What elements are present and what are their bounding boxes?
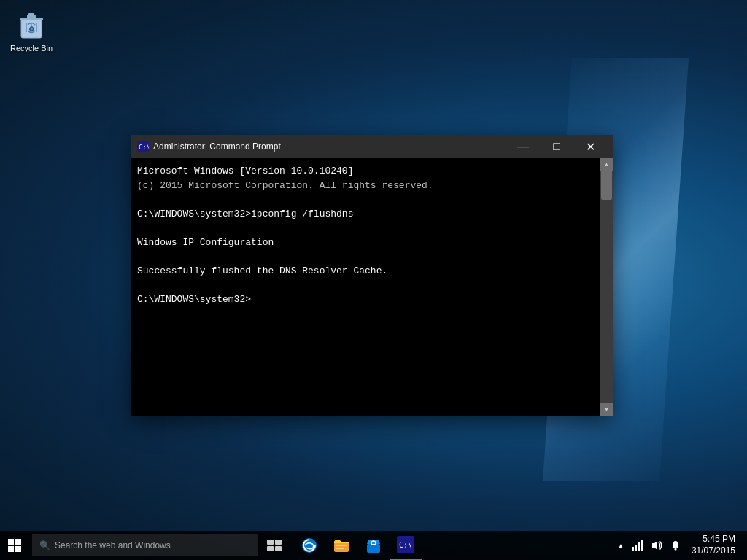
- notification-bell-icon: [670, 540, 681, 551]
- cmd-taskbar-icon: C:\ _: [397, 536, 414, 553]
- clock-date: 31/07/2015: [692, 545, 735, 557]
- scrollbar-up-btn[interactable]: ▲: [600, 158, 613, 171]
- start-button[interactable]: [0, 531, 29, 560]
- desktop: ♻ Recycle Bin C:\ Administrator: Command…: [0, 0, 747, 560]
- volume-status-icon: [651, 540, 662, 551]
- recycle-bin-graphic: ♻: [17, 9, 46, 41]
- cmd-window-controls: — □ ✕: [506, 135, 607, 158]
- cmd-body: Microsoft Windows [Version 10.0.10240] (…: [131, 158, 613, 416]
- svg-rect-10: [15, 546, 21, 552]
- clock-time: 5:45 PM: [703, 534, 735, 545]
- svg-rect-14: [275, 546, 282, 551]
- svg-rect-27: [641, 540, 643, 551]
- network-icon[interactable]: [629, 531, 646, 560]
- cmd-prompt-line: C:\WINDOWS\system32>: [137, 292, 595, 307]
- scrollbar-track[interactable]: [600, 171, 613, 403]
- cmd-line-5: [137, 221, 595, 236]
- cmd-line-4: C:\WINDOWS\system32>ipconfig /flushdns: [137, 207, 595, 222]
- svg-rect-17: [336, 545, 347, 546]
- svg-rect-7: [8, 539, 14, 545]
- show-hidden-icons-button[interactable]: ▲: [614, 531, 627, 560]
- taskbar-app-cmd[interactable]: C:\ _: [390, 531, 422, 560]
- windows-logo-icon: [8, 539, 21, 552]
- cmd-line-3: [137, 192, 595, 207]
- search-bar[interactable]: 🔍 Search the web and Windows: [32, 534, 258, 556]
- cmd-line-1: Microsoft Windows [Version 10.0.10240]: [137, 164, 595, 179]
- recycle-bin-label: Recycle Bin: [10, 44, 53, 52]
- clock-area[interactable]: 5:45 PM 31/07/2015: [686, 531, 741, 559]
- minimize-button[interactable]: —: [506, 135, 540, 158]
- volume-icon[interactable]: [648, 531, 665, 560]
- cmd-line-7: [137, 249, 595, 264]
- svg-rect-20: [371, 544, 376, 545]
- svg-marker-28: [652, 541, 657, 550]
- edge-icon: [301, 537, 318, 554]
- cmd-window: C:\ Administrator: Command Prompt — □ ✕ …: [131, 135, 613, 416]
- cmd-titlebar-icon: C:\: [137, 141, 149, 152]
- svg-rect-26: [638, 542, 640, 551]
- cmd-line-6: Windows IP Configuration: [137, 236, 595, 250]
- task-view-button[interactable]: [258, 531, 290, 560]
- network-status-icon: [632, 540, 643, 551]
- cmd-line-2: (c) 2015 Microsoft Corporation. All righ…: [137, 179, 595, 193]
- close-button[interactable]: ✕: [573, 135, 607, 158]
- svg-rect-24: [632, 547, 634, 551]
- svg-rect-25: [635, 545, 637, 551]
- taskbar-tray: ▲: [614, 531, 747, 560]
- cmd-title: Administrator: Command Prompt: [153, 141, 506, 152]
- cmd-content-area[interactable]: Microsoft Windows [Version 10.0.10240] (…: [131, 158, 600, 416]
- svg-rect-8: [15, 539, 21, 545]
- svg-rect-13: [267, 546, 274, 551]
- svg-rect-29: [674, 548, 676, 551]
- taskbar-app-store[interactable]: [357, 531, 390, 560]
- task-view-icon: [267, 540, 282, 551]
- cmd-titlebar[interactable]: C:\ Administrator: Command Prompt — □ ✕: [131, 135, 613, 158]
- cmd-scrollbar[interactable]: ▲ ▼: [600, 158, 613, 416]
- svg-rect-11: [267, 540, 274, 545]
- scrollbar-down-btn[interactable]: ▼: [600, 403, 613, 416]
- file-explorer-icon: [333, 537, 350, 554]
- chevron-up-icon: ▲: [617, 542, 624, 550]
- taskbar-app-explorer[interactable]: [325, 531, 357, 560]
- search-placeholder: Search the web and Windows: [55, 540, 171, 551]
- svg-rect-9: [8, 546, 14, 552]
- scrollbar-thumb[interactable]: [601, 171, 612, 200]
- svg-rect-16: [334, 542, 349, 552]
- svg-rect-18: [336, 548, 344, 549]
- store-icon: [365, 537, 382, 554]
- search-icon: 🔍: [39, 540, 50, 551]
- svg-rect-12: [275, 540, 282, 545]
- maximize-button[interactable]: □: [540, 135, 573, 158]
- taskbar: 🔍 Search the web and Windows: [0, 531, 747, 560]
- recycle-bin-icon[interactable]: ♻ Recycle Bin: [6, 6, 57, 55]
- cmd-line-8: Successfully flushed the DNS Resolver Ca…: [137, 264, 595, 279]
- notifications-icon[interactable]: [667, 531, 684, 560]
- cmd-line-9: [137, 278, 595, 292]
- taskbar-apps: C:\ _: [293, 531, 614, 560]
- taskbar-app-edge[interactable]: [293, 531, 325, 560]
- svg-text:♻: ♻: [28, 26, 34, 33]
- svg-rect-3: [28, 13, 34, 15]
- svg-text:C:\: C:\: [139, 144, 149, 151]
